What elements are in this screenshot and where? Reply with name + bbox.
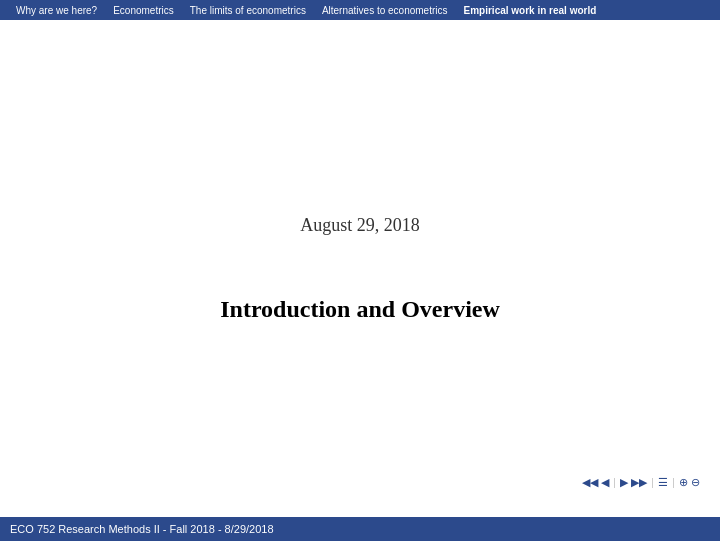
nav-separator-1	[614, 478, 615, 488]
nav-last-arrow[interactable]: ▶▶	[631, 476, 647, 489]
slide-date: August 29, 2018	[300, 215, 420, 236]
bottom-bar-text: ECO 752 Research Methods II - Fall 2018 …	[10, 523, 274, 535]
nav-item-empirical[interactable]: Empirical work in real world	[456, 5, 605, 16]
top-navigation: Why are we here? Econometrics The limits…	[0, 0, 720, 20]
nav-item-alternatives[interactable]: Alternatives to econometrics	[314, 5, 456, 16]
nav-first-arrow[interactable]: ◀◀	[582, 476, 598, 489]
nav-item-why[interactable]: Why are we here?	[8, 5, 105, 16]
zoom-icon[interactable]: ⊕	[679, 476, 688, 489]
nav-item-econometrics[interactable]: Econometrics	[105, 5, 182, 16]
zoom-out-icon[interactable]: ⊖	[691, 476, 700, 489]
nav-next-arrow[interactable]: ▶	[620, 476, 628, 489]
nav-menu-icon[interactable]: ☰	[658, 476, 668, 489]
nav-separator-3	[673, 478, 674, 488]
slide-content: August 29, 2018 Introduction and Overvie…	[0, 20, 720, 517]
nav-prev-arrow[interactable]: ◀	[601, 476, 609, 489]
nav-item-limits[interactable]: The limits of econometrics	[182, 5, 314, 16]
slide-navigation-controls: ◀◀ ◀ ▶ ▶▶ ☰ ⊕ ⊖	[582, 476, 700, 489]
nav-separator-2	[652, 478, 653, 488]
slide-title: Introduction and Overview	[220, 296, 500, 323]
bottom-status-bar: ECO 752 Research Methods II - Fall 2018 …	[0, 517, 720, 541]
